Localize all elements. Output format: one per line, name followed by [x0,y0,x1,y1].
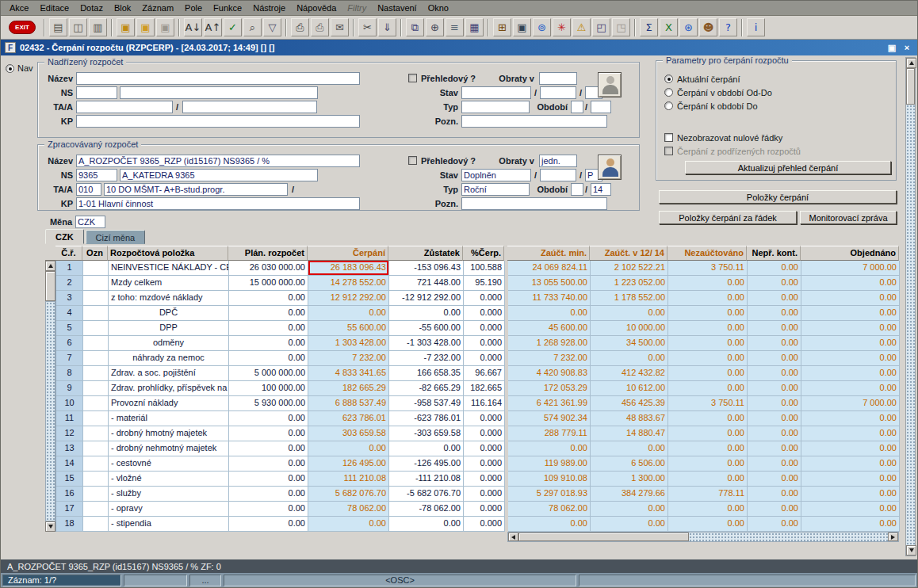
cell-name[interactable]: - služby [109,487,229,502]
cell-pct[interactable]: 0.000 [464,336,505,351]
cell-cerp[interactable]: 55 600.00 [308,321,389,336]
cell-cerp[interactable]: 0.00 [308,517,389,532]
cell-zauct_min[interactable]: 4 420 908.83 [508,366,591,381]
cell-name[interactable]: - materiál [109,411,229,426]
menu-item-záznam[interactable]: Záznam [136,2,179,14]
cell-zauct_min[interactable]: 119 989.00 [508,456,591,472]
scroll-down-icon[interactable] [906,545,916,556]
cell-zauct_min[interactable]: 0.00 [508,517,591,532]
menu-item-funkce[interactable]: Funkce [208,2,247,14]
cell-zauct_min[interactable]: 5 297 018.93 [508,487,591,502]
cell-ozn[interactable] [83,502,109,517]
cell-name[interactable]: NEINVESTICE NÁKLADY - CEL [109,261,229,276]
menu-item-nastavení[interactable]: Nastavení [372,2,423,14]
cell-zauct_min[interactable]: 6 421 361.99 [508,396,591,411]
cell-zust[interactable]: -12 912 292.00 [389,291,464,306]
horizontal-scrollbar[interactable] [507,532,899,542]
cell-pct[interactable]: 96.667 [464,366,505,381]
cell-cerp[interactable]: 182 665.29 [308,381,389,396]
current-taa-name-input[interactable] [104,183,288,196]
cell-pct[interactable]: 100.588 [464,261,505,276]
cell-nezauct[interactable]: 0.00 [668,366,748,381]
cell-zauct_v[interactable]: 0.00 [591,306,668,321]
cell-ozn[interactable] [83,261,109,276]
cell-zust[interactable]: -5 682 076.70 [389,487,464,502]
current-person-button[interactable] [598,155,622,180]
parent-period1-input[interactable] [571,101,583,113]
parent-kp-input[interactable] [76,115,360,128]
cell-cerp[interactable]: 26 183 096.43 [308,261,389,276]
cell-zust[interactable]: -55 600.00 [389,321,464,336]
cell-zauct_v[interactable]: 1 223 052.00 [591,276,668,291]
window-list-icon[interactable]: ◳ [612,18,630,36]
web-icon[interactable]: ⊛ [679,18,698,36]
cell-n[interactable]: 16 [56,487,83,502]
cell-nezauct[interactable]: 0.00 [668,441,748,456]
cell-n[interactable]: 4 [56,306,83,321]
cell-name[interactable]: DPČ [109,306,229,321]
parent-ns-code-input[interactable] [76,86,117,99]
globe-icon[interactable]: ⊚ [533,18,551,36]
cell-zauct_v[interactable]: 2 102 522.21 [591,261,668,276]
scroll-up-icon[interactable] [906,58,916,68]
cell-zauct_min[interactable]: 13 055 500.00 [508,276,591,291]
menu-item-dotaz[interactable]: Dotaz [75,2,109,14]
cell-plan[interactable]: 0.00 [229,517,308,532]
calendar-icon[interactable]: ⊞ [493,18,511,36]
cell-nezauct[interactable]: 0.00 [668,306,748,321]
current-note-input[interactable] [461,197,607,210]
cell-nezauct[interactable]: 0.00 [668,411,748,426]
cell-zust[interactable]: 0.00 [389,517,464,532]
cell-zauct_min[interactable]: 1 268 928.00 [508,336,591,351]
cell-nezauct[interactable]: 0.00 [668,336,748,351]
cell-n[interactable]: 9 [56,381,83,396]
cell-nezauct[interactable]: 0.00 [668,291,748,306]
print-setup-icon[interactable]: ⎙ [311,18,329,36]
monitoring-report-button[interactable]: Monitorovací zpráva [800,211,897,224]
cell-pct[interactable]: 0.000 [464,441,505,456]
cell-n[interactable]: 13 [56,441,83,456]
parent-ns-name-input[interactable] [120,86,318,99]
cell-zauct_v[interactable]: 0.00 [591,351,668,366]
cell-ozn[interactable] [83,381,109,396]
cell-plan[interactable]: 0.00 [229,306,308,321]
cell-zauct_min[interactable]: 11 733 740.00 [508,291,591,306]
cell-plan[interactable]: 0.00 [229,456,308,472]
menu-item-nápověda[interactable]: Nápověda [291,2,342,14]
current-state2-input[interactable] [540,169,576,181]
cell-pct[interactable]: 0.000 [464,502,505,517]
cell-nezauct[interactable]: 0.00 [668,276,748,291]
current-ns-name-input[interactable] [120,169,318,181]
sort-descending-icon[interactable]: A↑ [204,18,222,36]
cell-zauct_v[interactable]: 1 178 552.00 [591,291,668,306]
cell-name[interactable]: Zdrav. prohlídky, příspěvek na [109,381,229,396]
cell-pct[interactable]: 0.000 [464,487,505,502]
cell-plan[interactable]: 0.00 [229,441,308,456]
cell-zust[interactable]: -82 665.29 [389,381,464,396]
cell-nepr[interactable]: 0.00 [748,517,801,532]
cell-n[interactable]: 18 [56,517,83,532]
cell-n[interactable]: 7 [56,351,83,366]
cell-zust[interactable]: -111 210.08 [389,472,464,487]
record-scrollbar[interactable] [45,261,55,532]
cell-zust[interactable]: -7 232.00 [389,351,464,366]
columns-icon[interactable]: ▦ [465,18,484,36]
menu-item-editace[interactable]: Editace [34,2,75,14]
current-name-input[interactable] [76,155,360,167]
cell-zust[interactable]: -303 659.58 [389,426,464,441]
cell-pct[interactable]: 0.000 [464,351,505,366]
cell-plan[interactable]: 26 030 000.00 [229,261,308,276]
info-icon[interactable]: i [747,18,765,36]
current-state-input[interactable] [461,169,531,181]
detail-list-icon[interactable]: ≡ [446,18,464,36]
cell-nepr[interactable]: 0.00 [748,441,801,456]
radio-option-3[interactable]: Čerpání k období Do [664,99,772,113]
cell-ozn[interactable] [83,366,109,381]
cell-cerp[interactable]: 0.00 [308,306,389,321]
update-overview-button[interactable]: Aktualizuj přehled čerpání [685,161,891,174]
cell-n[interactable]: 2 [56,276,83,291]
restore-window-button[interactable]: ▣ [885,42,898,53]
exit-button[interactable]: EXIT [9,21,36,34]
menu-item-pole[interactable]: Pole [179,2,208,14]
cell-n[interactable]: 11 [56,411,83,426]
